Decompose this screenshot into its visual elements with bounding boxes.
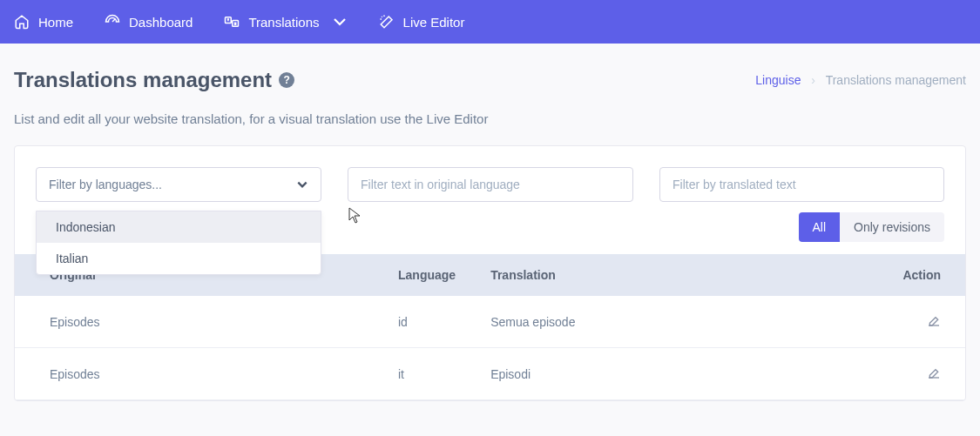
table-row: Episodes it Episodi [15,348,965,400]
cell-action [885,296,965,348]
dropdown-option-italian[interactable]: Italian [37,243,321,274]
dropdown-option-indonesian[interactable]: Indonesian [37,211,321,243]
nav-home-label: Home [38,15,73,30]
breadcrumb: Linguise › Translations management [755,73,966,87]
top-nav: Home Dashboard Translations Live Editor [0,0,980,44]
page-title: Translations management ? [14,68,294,92]
help-icon[interactable]: ? [279,72,294,88]
language-filter-placeholder: Filter by languages... [49,178,162,191]
page-description: List and edit all your website translati… [0,92,980,126]
home-icon [14,14,30,30]
language-filter[interactable]: Filter by languages... [36,167,321,202]
nav-home[interactable]: Home [14,14,73,30]
revision-toggle: All Only revisions [799,212,944,242]
nav-dashboard-label: Dashboard [129,15,193,30]
filter-row: Filter by languages... Indonesian Italia… [15,167,965,202]
edit-icon[interactable] [927,366,941,379]
th-action: Action [885,254,965,296]
language-filter-wrap: Filter by languages... Indonesian Italia… [36,167,321,202]
wand-icon [379,14,395,30]
th-language: Language [381,254,473,296]
cell-language: it [381,348,473,400]
cell-translation: Episodi [473,348,885,400]
toggle-all[interactable]: All [799,212,841,242]
language-dropdown: Indonesian Italian [36,211,321,275]
cell-language: id [381,296,473,348]
translations-table: Original Language Translation Action Epi… [15,254,965,400]
filter-card: Filter by languages... Indonesian Italia… [14,145,966,401]
translate-icon [224,14,240,30]
breadcrumb-current: Translations management [826,73,966,87]
original-text-filter[interactable] [348,167,633,202]
cell-action [885,348,965,400]
nav-translations[interactable]: Translations [224,14,347,30]
breadcrumb-separator: › [811,73,815,87]
edit-icon[interactable] [927,313,941,327]
chevron-down-icon [296,178,308,191]
page-title-text: Translations management [14,68,272,92]
breadcrumb-root[interactable]: Linguise [755,73,801,87]
cursor-icon [348,207,362,225]
translated-text-filter[interactable] [659,167,944,202]
cell-original: Episodes [15,348,381,400]
nav-translations-label: Translations [248,15,319,30]
toggle-revisions[interactable]: Only revisions [840,212,944,242]
dashboard-icon [105,14,120,30]
nav-dashboard[interactable]: Dashboard [105,14,193,30]
cell-original: Episodes [15,296,381,348]
table-row: Episodes id Semua episode [15,296,965,348]
th-translation: Translation [473,254,885,296]
page-header: Translations management ? Linguise › Tra… [0,44,980,92]
nav-live-editor[interactable]: Live Editor [379,14,465,30]
cell-translation: Semua episode [473,296,885,348]
nav-live-editor-label: Live Editor [403,15,465,30]
chevron-down-icon [332,14,348,30]
